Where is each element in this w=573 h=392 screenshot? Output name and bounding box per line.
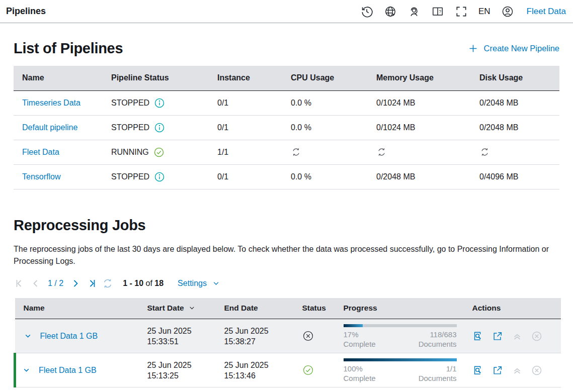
svg-text:?: ? (439, 9, 441, 14)
pipeline-link[interactable]: Default pipeline (22, 123, 77, 132)
cancelled-status-icon (302, 330, 335, 342)
create-new-pipeline-button[interactable]: Create New Pipeline (468, 43, 559, 54)
job-link[interactable]: Fleet Data 1 GB (40, 332, 98, 341)
top-bar-actions: ? EN Fleet Data (360, 5, 566, 18)
expand-row-icon[interactable] (24, 332, 32, 340)
reprocessing-description: The reprocessing jobs of the last 30 day… (14, 243, 559, 267)
pipelines-table-header: Name Pipeline Status Instance CPU Usage … (14, 66, 559, 90)
progress-bar (344, 324, 363, 327)
reprocessing-jobs-table: Name Start Date End Date Status Progress… (14, 298, 561, 388)
col-cpu: CPU Usage (282, 66, 368, 90)
result-count: 1 - 10 of 18 (123, 279, 163, 288)
pipelines-heading: List of Pipelines (14, 40, 123, 57)
language-selector[interactable]: EN (478, 7, 490, 17)
expand-row-icon[interactable] (22, 366, 31, 374)
cancel-job-icon[interactable] (531, 365, 542, 376)
move-to-top-icon[interactable] (512, 365, 523, 376)
col-name: Name (14, 66, 103, 90)
col-name: Name (15, 298, 139, 319)
support-icon[interactable] (407, 5, 421, 18)
help-book-icon[interactable]: ? (431, 5, 444, 18)
progress-indicator: 100%Complete 1/1Documents (344, 358, 464, 383)
next-page-icon[interactable] (69, 277, 81, 289)
first-page-icon[interactable] (14, 277, 26, 289)
info-icon[interactable] (154, 97, 165, 109)
success-status-icon (302, 364, 335, 376)
col-disk: Disk Usage (471, 66, 559, 90)
project-link[interactable]: Fleet Data (527, 7, 566, 17)
settings-button[interactable]: Settings (178, 279, 220, 288)
col-actions: Actions (464, 298, 561, 319)
pipeline-link[interactable]: Tensorflow (22, 172, 60, 181)
check-circle-icon (153, 147, 165, 158)
col-memory: Memory Usage (368, 66, 471, 90)
open-external-icon[interactable] (492, 365, 503, 376)
fullscreen-icon[interactable] (455, 5, 468, 18)
col-end-date: End Date (216, 298, 294, 319)
col-instance: Instance (209, 66, 282, 90)
progress-bar (344, 358, 457, 361)
refresh-icon[interactable] (102, 277, 114, 289)
move-to-top-icon[interactable] (512, 331, 523, 342)
previous-page-icon[interactable] (30, 277, 42, 289)
progress-indicator: 17%Complete 118/683Documents (344, 324, 464, 349)
info-icon[interactable] (154, 171, 165, 182)
table-row: Timeseries Data STOPPED 0/1 0.0 % 0/1024… (14, 90, 559, 115)
page-indicator: 1 / 2 (48, 279, 63, 288)
chevron-down-icon (212, 279, 220, 287)
table-row: Fleet Data 1 GB 25 Jun 202515:13:25 25 J… (15, 353, 561, 387)
reprocessing-heading: Reprocessing Jobs (14, 217, 559, 234)
table-row: Default pipeline STOPPED 0/1 0.0 % 0/102… (14, 115, 559, 140)
cancel-job-icon[interactable] (531, 331, 542, 342)
view-details-icon[interactable] (472, 331, 483, 342)
pagination: 1 / 2 1 - 10 of 18 Settings (14, 277, 559, 289)
col-start-date[interactable]: Start Date (139, 298, 216, 319)
pipeline-link[interactable]: Timeseries Data (22, 99, 80, 107)
last-page-icon[interactable] (86, 277, 98, 289)
plus-icon (468, 43, 478, 54)
table-row: Fleet Data RUNNING 1/1 (14, 140, 559, 164)
col-status: Pipeline Status (103, 66, 209, 90)
sort-descending-icon[interactable] (188, 304, 196, 312)
loading-spinner-icon (291, 147, 368, 157)
language-globe-icon[interactable] (384, 5, 397, 18)
page-title: Pipelines (6, 6, 46, 17)
info-icon[interactable] (154, 122, 165, 133)
pipelines-table: Name Pipeline Status Instance CPU Usage … (14, 66, 559, 189)
col-progress: Progress (335, 298, 464, 319)
pipeline-link[interactable]: Fleet Data (22, 148, 59, 156)
job-link[interactable]: Fleet Data 1 GB (39, 366, 97, 375)
account-icon[interactable] (501, 5, 514, 18)
open-external-icon[interactable] (492, 331, 503, 342)
loading-spinner-icon (479, 147, 559, 157)
top-bar: Pipelines ? EN Fleet Data (0, 0, 573, 23)
table-row: Tensorflow STOPPED 0/1 0.0 % 0/2048 MB 0… (14, 164, 559, 189)
view-details-icon[interactable] (472, 365, 483, 376)
jobs-table-header: Name Start Date End Date Status Progress… (15, 298, 561, 319)
loading-spinner-icon (376, 147, 471, 157)
history-icon[interactable] (360, 5, 373, 18)
table-row: Fleet Data 1 GB 25 Jun 202515:33:51 25 J… (15, 319, 561, 353)
col-status: Status (294, 298, 335, 319)
